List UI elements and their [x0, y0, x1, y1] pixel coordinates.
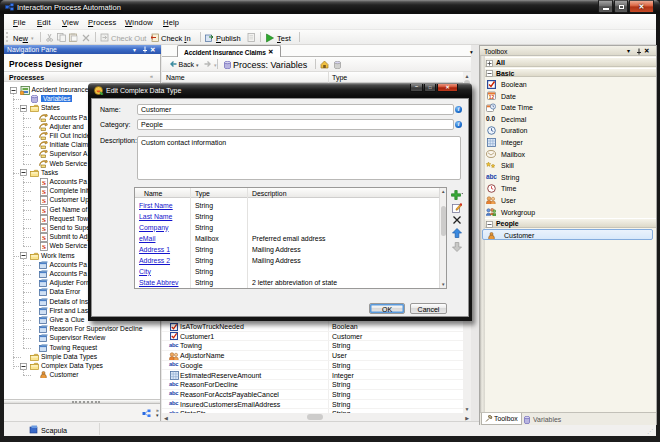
svg-text:S: S: [42, 197, 46, 205]
svg-text:S: S: [42, 243, 46, 251]
svg-text:S: S: [42, 188, 46, 196]
svg-text:S: S: [42, 207, 46, 215]
svg-text:12: 12: [489, 94, 495, 100]
svg-text:S: S: [42, 216, 46, 224]
svg-text:S: S: [42, 234, 46, 242]
svg-text:S: S: [42, 225, 46, 233]
svg-text:S: S: [42, 179, 46, 187]
